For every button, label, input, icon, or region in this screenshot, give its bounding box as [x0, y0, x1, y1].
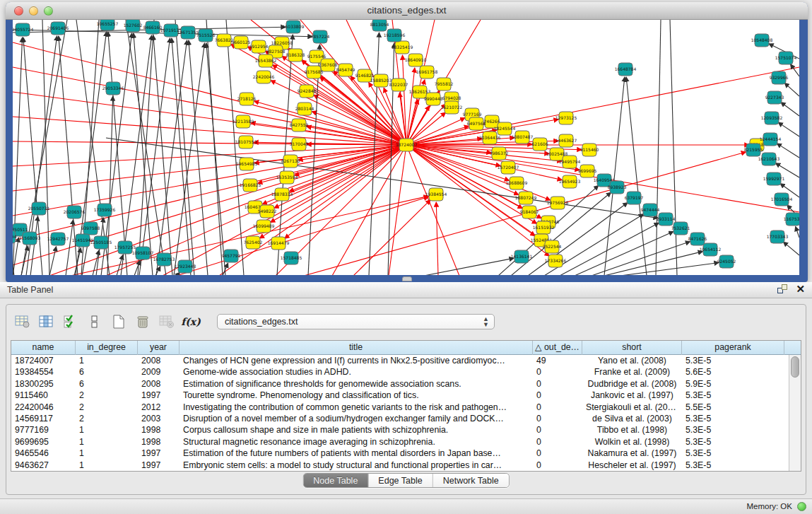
network-node[interactable]: 15751074 — [775, 52, 797, 64]
network-node[interactable]: 8813054 — [370, 20, 389, 31]
network-node[interactable]: 2803144 — [295, 103, 314, 115]
network-node[interactable]: 18640910 — [405, 54, 427, 66]
tab-network-table[interactable]: Network Table — [433, 474, 509, 487]
column-header-name[interactable]: name — [11, 341, 76, 355]
network-node[interactable]: 16648784 — [615, 63, 637, 76]
network-node[interactable]: 19756928 — [547, 197, 569, 209]
column-header-short[interactable]: short — [582, 341, 682, 355]
column-header-out_de[interactable]: △ out_de… — [533, 341, 582, 355]
network-node[interactable]: 9227343 — [765, 91, 784, 104]
network-node[interactable]: 9245052 — [717, 255, 736, 268]
network-edge[interactable] — [177, 197, 429, 275]
network-node[interactable]: 9474444 — [641, 204, 660, 216]
network-node[interactable]: 9184067 — [520, 206, 539, 218]
column-header-in_degree[interactable]: in_degree — [76, 341, 138, 355]
network-edge[interactable] — [13, 42, 406, 145]
table-options-icon[interactable] — [12, 311, 33, 332]
network-node[interactable]: 16033809 — [283, 21, 305, 33]
network-node[interactable]: 8186328 — [286, 49, 305, 62]
network-node[interactable]: 2718126 — [237, 93, 257, 105]
network-node[interactable]: 20691406 — [47, 22, 69, 35]
network-node[interactable]: 9175685 — [305, 66, 324, 78]
close-panel-icon[interactable]: ✕ — [796, 284, 805, 293]
network-node[interactable]: 8267130 — [281, 155, 300, 168]
delete-column-icon[interactable] — [132, 311, 153, 332]
network-node[interactable]: 17359926 — [94, 204, 116, 216]
network-node[interactable]: 7515526 — [196, 29, 216, 42]
network-edge[interactable] — [156, 40, 187, 275]
network-node[interactable]: 7532621 — [671, 222, 690, 235]
new-column-icon[interactable] — [108, 311, 129, 332]
network-node[interactable]: 7857224 — [311, 30, 330, 43]
network-edge[interactable] — [626, 77, 647, 275]
row-height-icon[interactable] — [84, 311, 105, 332]
network-node[interactable]: 9329966 — [770, 71, 789, 84]
network-edge[interactable] — [575, 231, 673, 275]
splitter-handle[interactable] — [402, 276, 412, 281]
column-header-pagerank[interactable]: pagerank — [682, 341, 784, 355]
network-edge[interactable] — [784, 83, 799, 96]
table-row[interactable]: 1872400712008Changes of HCN gene express… — [11, 355, 801, 366]
table-row[interactable]: 2242004622012Investigating the contribut… — [11, 402, 801, 413]
network-edge[interactable] — [13, 92, 406, 145]
network-node[interactable]: 19654923 — [559, 175, 581, 188]
network-edge[interactable] — [406, 100, 418, 145]
network-node[interactable]: 20550731 — [28, 202, 50, 215]
tab-edge-table[interactable]: Edge Table — [368, 474, 433, 487]
network-node[interactable]: 6379197 — [625, 192, 644, 204]
network-node[interactable]: 16914479 — [268, 237, 290, 250]
table-row[interactable]: 911546021997Tourette syndrome. Phenomeno… — [11, 390, 801, 401]
network-edge[interactable] — [139, 38, 170, 275]
network-edge[interactable] — [206, 43, 225, 275]
scrollbar-thumb[interactable] — [791, 356, 799, 378]
table-row[interactable]: 977716911998Corpus callosum shape and si… — [11, 424, 801, 436]
network-edge[interactable] — [49, 247, 57, 275]
table-vertical-scrollbar[interactable] — [789, 355, 801, 471]
network-node[interactable]: 8454749 — [336, 64, 355, 76]
network-edge[interactable] — [783, 242, 799, 255]
network-edge[interactable] — [13, 145, 406, 240]
network-edge[interactable] — [66, 220, 73, 275]
network-node[interactable]: 24055724 — [13, 23, 33, 36]
network-node[interactable]: 3170043 — [290, 138, 309, 151]
network-node[interactable]: 18107553 — [235, 136, 257, 148]
network-edge[interactable] — [796, 226, 799, 238]
column-visibility-icon[interactable] — [36, 311, 57, 332]
network-node[interactable]: 5912954 — [249, 40, 269, 53]
network-node[interactable]: 15353594 — [276, 171, 298, 184]
network-edge[interactable] — [174, 43, 205, 275]
network-node[interactable]: 7986372 — [490, 147, 509, 160]
row-select-icon[interactable] — [60, 311, 81, 332]
network-edge[interactable] — [153, 35, 172, 275]
network-edge[interactable] — [406, 145, 459, 275]
network-node[interactable]: 8215955 — [744, 144, 763, 156]
network-node[interactable]: 15992971 — [763, 173, 785, 185]
network-edge[interactable] — [781, 103, 799, 116]
network-node[interactable]: 6497568 — [467, 117, 486, 130]
network-node[interactable]: 9397588 — [81, 222, 100, 235]
network-node[interactable]: 17334266 — [545, 255, 567, 267]
network-node[interactable]: 9990448 — [424, 93, 443, 105]
network-edge[interactable] — [155, 267, 160, 275]
network-node[interactable]: 2933114 — [657, 213, 676, 226]
network-edge[interactable] — [406, 20, 435, 145]
table-row[interactable]: 946554611997Estimation of the future num… — [11, 448, 801, 459]
network-edge[interactable] — [107, 96, 113, 275]
network-node[interactable]: 8322037 — [389, 78, 408, 91]
memory-status-icon[interactable] — [797, 502, 806, 511]
network-node[interactable]: 10548408 — [751, 34, 773, 47]
table-row[interactable]: 1830029562008Estimation of significance … — [11, 378, 801, 390]
network-node[interactable]: 1167533 — [784, 213, 799, 226]
network-node[interactable]: 12973125 — [555, 112, 577, 124]
network-node[interactable]: 7663822 — [215, 34, 234, 47]
network-node[interactable]: 9660125 — [232, 36, 251, 49]
network-node[interactable]: 29053346 — [102, 82, 124, 95]
tab-node-table[interactable]: Node Table — [303, 474, 368, 487]
network-edge[interactable] — [13, 117, 406, 145]
network-node[interactable]: 1527602 — [124, 20, 143, 32]
network-node[interactable]: 8427552 — [290, 119, 309, 132]
network-window-titlebar[interactable]: citations_edges.txt — [6, 2, 808, 20]
network-edge[interactable] — [778, 122, 799, 136]
network-node[interactable]: 12942757 — [47, 233, 69, 245]
network-canvas[interactable]: 1872400776638229660125591295418226058982… — [13, 20, 799, 275]
